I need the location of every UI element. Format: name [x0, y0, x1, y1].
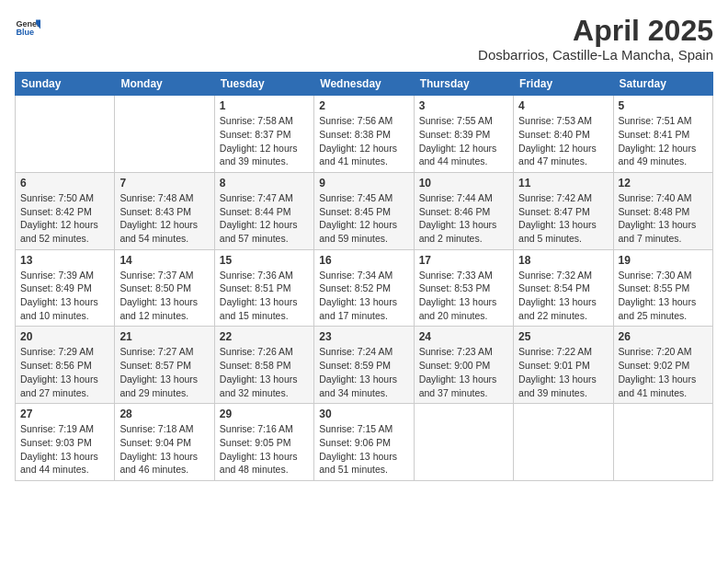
calendar-week-4: 20Sunrise: 7:29 AMSunset: 8:56 PMDayligh…: [16, 327, 713, 404]
day-number: 4: [518, 99, 608, 112]
title-block: April 2025 Dosbarrios, Castille-La Manch…: [478, 15, 713, 63]
day-info: Sunrise: 7:15 AMSunset: 9:06 PMDaylight:…: [319, 422, 408, 477]
day-info: Sunrise: 7:44 AMSunset: 8:46 PMDaylight:…: [419, 191, 508, 246]
day-info: Sunrise: 7:20 AMSunset: 9:02 PMDaylight:…: [619, 345, 708, 399]
day-number: 5: [619, 99, 708, 112]
day-info: Sunrise: 7:27 AMSunset: 8:57 PMDaylight:…: [119, 345, 209, 399]
day-number: 12: [619, 177, 708, 190]
day-info: Sunrise: 7:42 AMSunset: 8:47 PMDaylight:…: [518, 191, 608, 246]
day-number: 28: [119, 408, 209, 420]
calendar-cell: [414, 404, 513, 481]
day-number: 9: [319, 177, 408, 190]
day-number: 11: [518, 177, 608, 190]
day-info: Sunrise: 7:36 AMSunset: 8:51 PMDaylight:…: [220, 269, 309, 323]
day-number: 17: [419, 254, 508, 267]
calendar-cell: 12Sunrise: 7:40 AMSunset: 8:48 PMDayligh…: [613, 172, 712, 249]
calendar-cell: 25Sunrise: 7:22 AMSunset: 9:01 PMDayligh…: [514, 327, 613, 404]
day-info: Sunrise: 7:33 AMSunset: 8:53 PMDaylight:…: [419, 269, 508, 323]
calendar-cell: 23Sunrise: 7:24 AMSunset: 8:59 PMDayligh…: [314, 327, 414, 404]
day-info: Sunrise: 7:26 AMSunset: 8:58 PMDaylight:…: [220, 345, 309, 399]
day-number: 20: [20, 330, 109, 343]
calendar-cell: 19Sunrise: 7:30 AMSunset: 8:55 PMDayligh…: [613, 249, 712, 327]
header-row: SundayMondayTuesdayWednesdayThursdayFrid…: [16, 73, 713, 96]
calendar-cell: 8Sunrise: 7:47 AMSunset: 8:44 PMDaylight…: [214, 172, 313, 249]
day-number: 26: [619, 330, 708, 343]
calendar-body: 1Sunrise: 7:58 AMSunset: 8:37 PMDaylight…: [16, 96, 713, 481]
header-day-saturday: Saturday: [613, 73, 712, 96]
day-number: 2: [319, 99, 408, 112]
calendar-cell: 21Sunrise: 7:27 AMSunset: 8:57 PMDayligh…: [115, 327, 214, 404]
day-info: Sunrise: 7:29 AMSunset: 8:56 PMDaylight:…: [20, 345, 109, 399]
calendar-cell: 9Sunrise: 7:45 AMSunset: 8:45 PMDaylight…: [314, 172, 414, 249]
calendar-cell: 20Sunrise: 7:29 AMSunset: 8:56 PMDayligh…: [16, 327, 115, 404]
calendar-cell: 22Sunrise: 7:26 AMSunset: 8:58 PMDayligh…: [214, 327, 313, 404]
day-info: Sunrise: 7:47 AMSunset: 8:44 PMDaylight:…: [220, 191, 309, 246]
day-info: Sunrise: 7:37 AMSunset: 8:50 PMDaylight:…: [119, 269, 209, 323]
calendar-cell: 28Sunrise: 7:18 AMSunset: 9:04 PMDayligh…: [115, 404, 214, 481]
header-day-tuesday: Tuesday: [214, 73, 313, 96]
day-info: Sunrise: 7:19 AMSunset: 9:03 PMDaylight:…: [20, 422, 109, 477]
day-info: Sunrise: 7:23 AMSunset: 9:00 PMDaylight:…: [419, 345, 508, 399]
calendar-cell: [16, 96, 115, 173]
day-info: Sunrise: 7:50 AMSunset: 8:42 PMDaylight:…: [20, 191, 109, 246]
header-day-friday: Friday: [514, 73, 613, 96]
day-number: 13: [20, 254, 109, 267]
calendar-cell: 24Sunrise: 7:23 AMSunset: 9:00 PMDayligh…: [414, 327, 513, 404]
day-number: 14: [119, 254, 209, 267]
day-number: 3: [419, 99, 508, 112]
page-subtitle: Dosbarrios, Castille-La Mancha, Spain: [478, 47, 713, 63]
day-number: 18: [518, 254, 608, 267]
day-info: Sunrise: 7:34 AMSunset: 8:52 PMDaylight:…: [319, 269, 408, 323]
day-number: 25: [518, 330, 608, 343]
calendar-cell: 16Sunrise: 7:34 AMSunset: 8:52 PMDayligh…: [314, 249, 414, 327]
day-number: 23: [319, 330, 408, 343]
day-info: Sunrise: 7:56 AMSunset: 8:38 PMDaylight:…: [319, 114, 408, 168]
calendar-cell: 13Sunrise: 7:39 AMSunset: 8:49 PMDayligh…: [16, 249, 115, 327]
calendar-cell: 5Sunrise: 7:51 AMSunset: 8:41 PMDaylight…: [613, 96, 712, 173]
calendar-cell: [613, 404, 712, 481]
day-info: Sunrise: 7:45 AMSunset: 8:45 PMDaylight:…: [319, 191, 408, 246]
calendar-cell: 2Sunrise: 7:56 AMSunset: 8:38 PMDaylight…: [314, 96, 414, 173]
header-day-sunday: Sunday: [16, 73, 115, 96]
logo-icon: General Blue: [15, 15, 40, 40]
calendar-week-3: 13Sunrise: 7:39 AMSunset: 8:49 PMDayligh…: [16, 249, 713, 327]
calendar-cell: 10Sunrise: 7:44 AMSunset: 8:46 PMDayligh…: [414, 172, 513, 249]
calendar-cell: 1Sunrise: 7:58 AMSunset: 8:37 PMDaylight…: [214, 96, 313, 173]
header-day-monday: Monday: [115, 73, 214, 96]
calendar-cell: 3Sunrise: 7:55 AMSunset: 8:39 PMDaylight…: [414, 96, 513, 173]
calendar-cell: 18Sunrise: 7:32 AMSunset: 8:54 PMDayligh…: [514, 249, 613, 327]
day-number: 22: [220, 330, 309, 343]
calendar-cell: [115, 96, 214, 173]
calendar-table: SundayMondayTuesdayWednesdayThursdayFrid…: [15, 72, 713, 481]
calendar-header: SundayMondayTuesdayWednesdayThursdayFrid…: [16, 73, 713, 96]
calendar-cell: 14Sunrise: 7:37 AMSunset: 8:50 PMDayligh…: [115, 249, 214, 327]
day-info: Sunrise: 7:40 AMSunset: 8:48 PMDaylight:…: [619, 191, 708, 246]
day-number: 10: [419, 177, 508, 190]
calendar-week-5: 27Sunrise: 7:19 AMSunset: 9:03 PMDayligh…: [16, 404, 713, 481]
day-number: 1: [220, 99, 309, 112]
day-number: 16: [319, 254, 408, 267]
day-info: Sunrise: 7:55 AMSunset: 8:39 PMDaylight:…: [419, 114, 508, 168]
day-number: 19: [619, 254, 708, 267]
header-day-thursday: Thursday: [414, 73, 513, 96]
calendar-cell: 30Sunrise: 7:15 AMSunset: 9:06 PMDayligh…: [314, 404, 414, 481]
day-number: 6: [20, 177, 109, 190]
calendar-cell: 7Sunrise: 7:48 AMSunset: 8:43 PMDaylight…: [115, 172, 214, 249]
header-day-wednesday: Wednesday: [314, 73, 414, 96]
page-title: April 2025: [478, 15, 713, 47]
calendar-cell: 17Sunrise: 7:33 AMSunset: 8:53 PMDayligh…: [414, 249, 513, 327]
calendar-cell: 4Sunrise: 7:53 AMSunset: 8:40 PMDaylight…: [514, 96, 613, 173]
day-info: Sunrise: 7:22 AMSunset: 9:01 PMDaylight:…: [518, 345, 608, 399]
calendar-cell: 27Sunrise: 7:19 AMSunset: 9:03 PMDayligh…: [16, 404, 115, 481]
day-number: 7: [119, 177, 209, 190]
day-number: 29: [220, 408, 309, 420]
day-number: 21: [119, 330, 209, 343]
day-info: Sunrise: 7:53 AMSunset: 8:40 PMDaylight:…: [518, 114, 608, 168]
calendar-week-2: 6Sunrise: 7:50 AMSunset: 8:42 PMDaylight…: [16, 172, 713, 249]
calendar-cell: 29Sunrise: 7:16 AMSunset: 9:05 PMDayligh…: [214, 404, 313, 481]
day-number: 15: [220, 254, 309, 267]
calendar-cell: 15Sunrise: 7:36 AMSunset: 8:51 PMDayligh…: [214, 249, 313, 327]
calendar-week-1: 1Sunrise: 7:58 AMSunset: 8:37 PMDaylight…: [16, 96, 713, 173]
day-info: Sunrise: 7:32 AMSunset: 8:54 PMDaylight:…: [518, 269, 608, 323]
day-info: Sunrise: 7:24 AMSunset: 8:59 PMDaylight:…: [319, 345, 408, 399]
